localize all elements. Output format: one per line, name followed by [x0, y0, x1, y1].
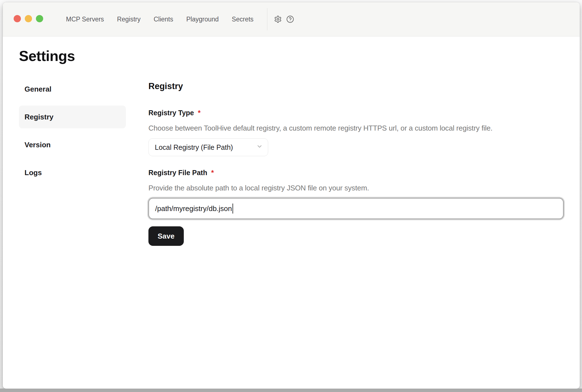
- sidebar-item-logs[interactable]: Logs: [19, 161, 126, 184]
- settings-sidebar: General Registry Version Logs: [19, 78, 126, 246]
- required-asterisk: *: [211, 169, 214, 177]
- nav-item-playground[interactable]: Playground: [186, 16, 219, 23]
- zoom-button[interactable]: [36, 15, 43, 22]
- traffic-lights: [14, 15, 43, 22]
- registry-file-path-description: Provide the absolute path to a local reg…: [148, 184, 564, 192]
- save-button[interactable]: Save: [148, 226, 184, 246]
- registry-type-label: Registry Type: [148, 109, 194, 117]
- page-title: Settings: [19, 48, 580, 64]
- minimize-button[interactable]: [25, 15, 32, 22]
- sidebar-item-registry[interactable]: Registry: [19, 106, 126, 128]
- nav-item-mcp-servers[interactable]: MCP Servers: [66, 16, 104, 23]
- nav-item-registry[interactable]: Registry: [117, 16, 140, 23]
- sidebar-item-general[interactable]: General: [19, 78, 126, 101]
- help-button[interactable]: [284, 13, 296, 25]
- chevron-down-icon: [256, 143, 263, 151]
- text-cursor: [233, 204, 233, 214]
- sidebar-item-version[interactable]: Version: [19, 133, 126, 156]
- nav-item-secrets[interactable]: Secrets: [232, 16, 253, 23]
- required-asterisk: *: [198, 109, 200, 117]
- nav-divider: [267, 8, 267, 30]
- gear-icon: [274, 15, 282, 23]
- registry-file-path-label: Registry File Path: [148, 169, 207, 177]
- app-window: MCP Servers Registry Clients Playground …: [3, 2, 580, 389]
- registry-file-path-label-row: Registry File Path *: [148, 169, 564, 177]
- nav-item-clients[interactable]: Clients: [154, 16, 173, 23]
- desktop-background: MCP Servers Registry Clients Playground …: [0, 0, 582, 392]
- help-circle-icon: [286, 15, 294, 23]
- registry-settings-panel: Registry Registry Type * Choose between …: [148, 78, 564, 246]
- settings-layout: General Registry Version Logs Registry R…: [3, 78, 580, 246]
- close-button[interactable]: [14, 15, 21, 22]
- settings-button[interactable]: [272, 13, 284, 25]
- top-nav: MCP Servers Registry Clients Playground …: [66, 16, 253, 23]
- registry-type-label-row: Registry Type *: [148, 109, 564, 117]
- titlebar: MCP Servers Registry Clients Playground …: [3, 2, 580, 36]
- registry-type-description: Choose between ToolHive default registry…: [148, 124, 564, 133]
- section-heading: Registry: [148, 78, 564, 91]
- registry-file-path-value: /path/myregistry/db.json: [155, 204, 232, 213]
- registry-file-path-input[interactable]: /path/myregistry/db.json: [148, 198, 564, 219]
- registry-type-selected-value: Local Registry (File Path): [155, 143, 233, 151]
- registry-type-select[interactable]: Local Registry (File Path): [148, 138, 268, 156]
- window-bottom-shadow: [0, 389, 582, 392]
